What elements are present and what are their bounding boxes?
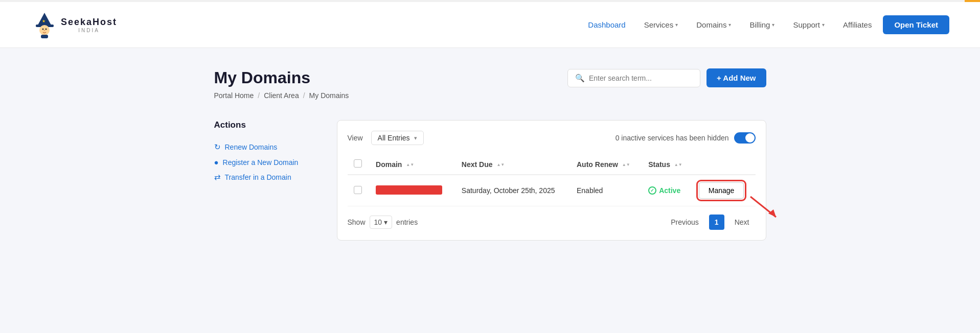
nav-support[interactable]: Support ▾ (786, 16, 832, 33)
next-due-sort-icon[interactable]: ▲▼ (496, 163, 505, 167)
sidebar-item-renew[interactable]: ↻ Renew Domains (214, 139, 316, 155)
search-input[interactable] (589, 74, 693, 82)
open-ticket-button[interactable]: Open Ticket (883, 15, 949, 34)
main-layout: Actions ↻ Renew Domains ● Register a New… (214, 120, 766, 241)
svg-point-4 (45, 29, 47, 30)
billing-chevron-icon: ▾ (772, 22, 774, 28)
page-header-row: My Domains 🔍 + Add New (214, 68, 766, 87)
main-nav: Dashboard Services ▾ Domains ▾ Billing ▾… (581, 15, 949, 34)
renew-icon: ↻ (214, 142, 221, 152)
pagination: Previous 1 Next (665, 215, 755, 230)
sidebar-item-register-label: Register a New Domain (223, 158, 299, 167)
page-title: My Domains (214, 68, 310, 87)
row-action-cell: Manage (693, 175, 756, 206)
row-checkbox[interactable] (354, 186, 362, 194)
register-icon: ● (214, 158, 219, 167)
svg-marker-9 (768, 209, 776, 217)
row-auto-renew-cell: Enabled (571, 175, 642, 206)
nav-billing[interactable]: Billing ▾ (742, 16, 782, 33)
col-domain: Domain ▲▼ (370, 154, 455, 175)
nav-services[interactable]: Services ▾ (637, 16, 686, 33)
sidebar-title: Actions (214, 120, 316, 130)
col-status: Status ▲▼ (642, 154, 693, 175)
transfer-icon: ⇄ (214, 173, 221, 182)
entries-select-arrow-icon: ▾ (384, 218, 388, 226)
col-action (693, 154, 756, 175)
sidebar-item-transfer[interactable]: ⇄ Transfer in a Domain (214, 170, 316, 185)
view-select[interactable]: All Entries ▾ (371, 131, 424, 145)
breadcrumb-my-domains: My Domains (309, 91, 349, 100)
row-domain-cell (370, 175, 455, 206)
col-auto-renew: Auto Renew ▲▼ (571, 154, 642, 175)
status-badge: Active (648, 186, 687, 195)
domain-sort-icon[interactable]: ▲▼ (406, 163, 414, 167)
sidebar-item-transfer-label: Transfer in a Domain (225, 173, 291, 181)
view-select-value: All Entries (378, 134, 410, 142)
nav-dashboard[interactable]: Dashboard (581, 16, 632, 33)
logo-subtext: INDIA (61, 28, 117, 33)
nav-domains[interactable]: Domains ▾ (689, 16, 738, 33)
logo-text: SeekaHost (61, 17, 117, 28)
col-next-due: Next Due ▲▼ (455, 154, 571, 175)
previous-button[interactable]: Previous (665, 216, 704, 229)
sidebar: Actions ↻ Renew Domains ● Register a New… (214, 120, 316, 241)
domain-table: Domain ▲▼ Next Due ▲▼ Auto Renew ▲▼ St (348, 154, 756, 206)
logo-icon: ★ (31, 11, 59, 39)
view-select-arrow-icon: ▾ (414, 135, 417, 141)
page-title-area: My Domains (214, 68, 310, 87)
svg-point-3 (42, 29, 44, 30)
view-selector-area: View All Entries ▾ (348, 131, 424, 145)
page-header-actions: 🔍 + Add New (567, 68, 766, 87)
table-row: Saturday, October 25th, 2025 Enabled Act… (348, 175, 756, 206)
page-content: My Domains 🔍 + Add New Portal Home / Cli… (184, 48, 797, 261)
next-button[interactable]: Next (728, 216, 756, 229)
sidebar-item-renew-label: Renew Domains (225, 143, 278, 151)
table-header-row: Domain ▲▼ Next Due ▲▼ Auto Renew ▲▼ St (348, 154, 756, 175)
support-chevron-icon: ▾ (822, 22, 825, 28)
domain-name-redacted (376, 185, 442, 195)
view-row: View All Entries ▾ 0 inactive services h… (348, 131, 756, 145)
col-checkbox (348, 154, 370, 175)
table-area: View All Entries ▾ 0 inactive services h… (337, 120, 766, 241)
status-sort-icon[interactable]: ▲▼ (674, 163, 682, 167)
show-entries: Show 10 ▾ entries (348, 216, 418, 229)
svg-line-8 (750, 197, 776, 217)
add-new-button[interactable]: + Add New (706, 68, 766, 87)
page-number[interactable]: 1 (709, 215, 724, 230)
row-checkbox-cell (348, 175, 370, 206)
search-icon: 🔍 (575, 74, 585, 83)
row-next-due-cell: Saturday, October 25th, 2025 (455, 175, 571, 206)
breadcrumb: Portal Home / Client Area / My Domains (214, 91, 766, 100)
entries-select[interactable]: 10 ▾ (370, 216, 393, 229)
toggle-hidden-services[interactable] (734, 132, 756, 144)
svg-point-5 (44, 30, 45, 31)
row-status-cell: Active (642, 175, 693, 206)
breadcrumb-client-area[interactable]: Client Area (264, 91, 299, 100)
status-active-icon (648, 186, 656, 195)
main-header: ★ SeekaHost INDIA Dashboard Services ▾ D… (0, 2, 980, 48)
view-label: View (348, 134, 363, 142)
manage-button[interactable]: Manage (699, 182, 744, 199)
services-chevron-icon: ▾ (675, 22, 678, 28)
sidebar-item-register[interactable]: ● Register a New Domain (214, 155, 316, 170)
nav-affiliates[interactable]: Affiliates (836, 16, 879, 33)
svg-rect-7 (41, 35, 48, 38)
domains-chevron-icon: ▾ (728, 22, 731, 28)
hidden-services-label: 0 inactive services has been hidden (616, 132, 756, 144)
svg-text:★: ★ (42, 19, 45, 23)
select-all-checkbox[interactable] (354, 159, 362, 168)
table-footer: Show 10 ▾ entries Previous 1 Next (348, 215, 756, 230)
search-box: 🔍 (567, 69, 700, 87)
breadcrumb-portal-home[interactable]: Portal Home (214, 91, 254, 100)
logo[interactable]: ★ SeekaHost INDIA (31, 11, 117, 39)
auto-renew-sort-icon[interactable]: ▲▼ (622, 163, 630, 167)
